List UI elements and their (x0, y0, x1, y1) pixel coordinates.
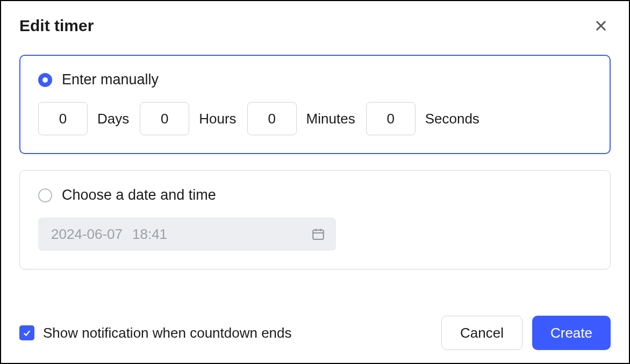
datetime-picker[interactable]: 2024-06-07 18:41 (38, 217, 336, 251)
hours-label: Hours (199, 111, 236, 127)
hours-input[interactable] (140, 102, 189, 135)
datetime-date: 2024-06-07 (51, 226, 123, 243)
manual-option-box: Enter manually Days Hours Minutes Second… (19, 55, 611, 154)
datetime-radio[interactable] (38, 188, 52, 202)
notification-checkbox[interactable] (19, 325, 34, 340)
notification-checkbox-row[interactable]: Show notification when countdown ends (19, 325, 292, 341)
seconds-input[interactable] (366, 102, 416, 135)
days-label: Days (97, 111, 129, 127)
checkmark-icon (22, 328, 32, 338)
datetime-radio-row[interactable]: Choose a date and time (38, 187, 592, 203)
footer-buttons: Cancel Create (441, 316, 611, 350)
dialog-title: Edit timer (19, 17, 94, 35)
manual-radio[interactable] (38, 73, 52, 87)
days-field: Days (38, 102, 129, 135)
hours-field: Hours (140, 102, 236, 135)
seconds-field: Seconds (366, 102, 479, 135)
datetime-text: 2024-06-07 18:41 (51, 226, 167, 243)
time-inputs: Days Hours Minutes Seconds (38, 102, 592, 135)
datetime-option-box: Choose a date and time 2024-06-07 18:41 (19, 170, 611, 270)
minutes-field: Minutes (247, 102, 355, 135)
cancel-button[interactable]: Cancel (441, 316, 522, 350)
edit-timer-dialog: Edit timer Enter manually Days Hours Min… (0, 0, 630, 364)
close-icon (593, 18, 608, 33)
datetime-time: 18:41 (132, 226, 167, 243)
datetime-radio-label: Choose a date and time (62, 187, 216, 203)
seconds-label: Seconds (425, 111, 479, 127)
calendar-icon (311, 227, 325, 241)
close-button[interactable] (591, 16, 611, 35)
days-input[interactable] (38, 102, 88, 135)
dialog-header: Edit timer (19, 16, 611, 35)
svg-rect-0 (313, 230, 324, 239)
dialog-footer: Show notification when countdown ends Ca… (19, 316, 611, 350)
notification-label: Show notification when countdown ends (43, 325, 292, 341)
manual-radio-row[interactable]: Enter manually (38, 71, 592, 88)
minutes-input[interactable] (247, 102, 297, 135)
create-button[interactable]: Create (532, 316, 611, 350)
minutes-label: Minutes (306, 111, 355, 127)
manual-radio-label: Enter manually (62, 71, 159, 88)
